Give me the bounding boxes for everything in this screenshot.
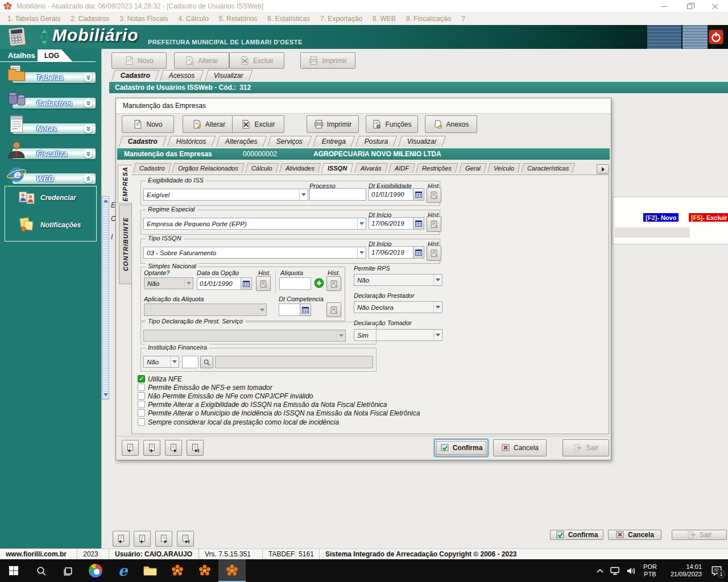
taskbar-search-button[interactable] bbox=[27, 559, 55, 582]
power-button[interactable] bbox=[709, 30, 723, 44]
menu-web[interactable]: 8. WEB bbox=[367, 15, 401, 23]
cancela-button[interactable]: Cancela bbox=[608, 530, 661, 540]
clock[interactable]: 14:0121/09/2023 bbox=[661, 559, 704, 582]
menu-estatisticas[interactable]: 6. Estatísticas bbox=[262, 15, 315, 23]
sidebar-tab-atalhos[interactable]: Atalhos bbox=[8, 51, 35, 60]
restore-button[interactable] bbox=[677, 0, 702, 13]
subtab-restricoes[interactable]: Restrições bbox=[416, 163, 458, 173]
volume-icon[interactable] bbox=[623, 559, 639, 582]
side-tab-empresa[interactable]: EMPRESA bbox=[118, 165, 132, 203]
declaracao-prestador-select[interactable]: Não Declara bbox=[354, 301, 442, 313]
dialog-cancela-button[interactable]: Cancela bbox=[493, 439, 547, 456]
file-explorer-icon[interactable] bbox=[136, 559, 164, 582]
internet-explorer-icon[interactable]: e bbox=[109, 559, 136, 582]
fiorilli-app-icon[interactable] bbox=[164, 559, 191, 582]
permite-rps-select[interactable]: Não bbox=[354, 274, 442, 286]
calendar-icon[interactable] bbox=[413, 218, 424, 229]
dialog-confirma-button[interactable]: Confirma bbox=[435, 439, 488, 456]
utiliza-nfe-checkbox[interactable] bbox=[138, 375, 145, 383]
record-next-button[interactable] bbox=[155, 531, 172, 547]
subtab-calculo[interactable]: Cálculo bbox=[245, 163, 279, 173]
sidebar-item-notificacoes[interactable]: Notificações bbox=[40, 221, 81, 229]
menu-exportacao[interactable]: 7. Exportação bbox=[315, 15, 367, 23]
search-button[interactable] bbox=[200, 356, 213, 368]
record-first-button[interactable] bbox=[113, 531, 130, 547]
subtab-alvaras[interactable]: Alvarás bbox=[354, 163, 388, 173]
optante-select[interactable]: Não bbox=[144, 277, 193, 289]
minimize-button[interactable] bbox=[651, 0, 677, 13]
alterar-municipio-checkbox[interactable] bbox=[138, 409, 145, 417]
dialog-alterar-button[interactable]: Alterar bbox=[183, 115, 235, 133]
calendar-icon[interactable] bbox=[300, 304, 311, 315]
aliquota-input[interactable] bbox=[279, 277, 311, 290]
vertical-scrollbar[interactable] bbox=[102, 196, 109, 400]
alterar-exigibilidade-checkbox[interactable] bbox=[138, 401, 145, 408]
side-tab-contribuinte[interactable]: CONTRIBUINTE bbox=[119, 205, 132, 284]
dialog-tab-historicos[interactable]: Históricos bbox=[167, 136, 216, 147]
record-insert-button[interactable] bbox=[143, 440, 160, 456]
language-indicator[interactable]: PORPTB bbox=[639, 559, 661, 582]
subtab-atividades[interactable]: Atividades bbox=[279, 163, 321, 173]
chevron-double-down-icon[interactable] bbox=[84, 149, 93, 158]
start-button[interactable] bbox=[0, 559, 27, 582]
calendar-icon[interactable] bbox=[413, 247, 424, 258]
subtab-orgaos-relacionados[interactable]: Orgãos Relacionados bbox=[172, 163, 245, 173]
hist-button[interactable] bbox=[427, 246, 441, 261]
instituicao-code-input[interactable] bbox=[182, 356, 198, 368]
tab-scroll-right-button[interactable] bbox=[597, 164, 609, 174]
confirma-button[interactable]: Confirma bbox=[550, 530, 603, 540]
dialog-tab-visualizar[interactable]: Visualizar bbox=[398, 136, 446, 147]
dialog-sair-button[interactable]: Sair bbox=[562, 439, 609, 456]
sidebar-item-credenciar[interactable]: Credenciar bbox=[40, 194, 76, 202]
tab-acessos[interactable]: Acessos bbox=[160, 70, 204, 81]
hist-button[interactable] bbox=[256, 276, 271, 291]
fiorilli-app-icon-active[interactable] bbox=[218, 559, 246, 582]
dt-competencia-field[interactable] bbox=[279, 304, 311, 316]
tray-chevron-icon[interactable] bbox=[593, 559, 607, 582]
dt-exigibilidade-field[interactable]: 01/01/1990 bbox=[369, 188, 424, 201]
imprimir-button[interactable]: Imprimir bbox=[300, 52, 355, 69]
instituicao-name-input[interactable] bbox=[215, 356, 373, 368]
chevron-double-up-icon[interactable] bbox=[84, 174, 93, 183]
record-first-button[interactable] bbox=[122, 440, 139, 456]
subtab-geral[interactable]: Geral bbox=[458, 163, 486, 173]
calendar-icon[interactable] bbox=[241, 278, 251, 289]
calendar-icon[interactable] bbox=[413, 189, 424, 200]
hist-button[interactable] bbox=[427, 188, 441, 203]
action-center-icon[interactable]: 1 bbox=[705, 559, 728, 582]
menu-notas-fiscais[interactable]: 3. Notas Fiscais bbox=[114, 15, 173, 23]
network-icon[interactable] bbox=[607, 559, 623, 582]
chevron-double-down-icon[interactable] bbox=[84, 98, 93, 107]
dialog-tab-alteracoes[interactable]: Alterações bbox=[216, 136, 267, 147]
close-button[interactable] bbox=[702, 0, 728, 13]
dialog-tab-entrega[interactable]: Entrega bbox=[313, 136, 355, 147]
task-view-button[interactable] bbox=[55, 559, 82, 582]
excluir-button[interactable]: Excluir bbox=[229, 52, 284, 69]
tab-cadastro[interactable]: Cadastro bbox=[111, 70, 159, 81]
hist-button[interactable] bbox=[326, 276, 341, 291]
add-aliquota-button[interactable] bbox=[313, 277, 325, 289]
menu-cadastros[interactable]: 2. Cadastros bbox=[65, 15, 114, 23]
sair-button[interactable]: Sair bbox=[672, 530, 727, 540]
instituicao-select[interactable]: Não bbox=[143, 356, 179, 368]
chrome-icon[interactable] bbox=[82, 559, 109, 582]
dialog-imprimir-button[interactable]: Imprimir bbox=[307, 115, 359, 133]
dialog-novo-button[interactable]: Novo bbox=[122, 115, 174, 133]
processo-input[interactable] bbox=[309, 188, 366, 201]
dialog-excluir-button[interactable]: Excluir bbox=[232, 115, 284, 133]
menu-relatorios[interactable]: 5. Relatórios bbox=[214, 15, 262, 23]
local-prestacao-checkbox[interactable] bbox=[138, 418, 145, 426]
tipo-declaracao-select[interactable] bbox=[143, 330, 346, 342]
dialog-tab-servicos[interactable]: Serviços bbox=[267, 136, 312, 147]
subtab-aidf[interactable]: AIDF bbox=[388, 163, 415, 173]
regime-especial-select[interactable]: Empresa de Pequeno Porte (EPP) bbox=[143, 218, 366, 230]
novo-button[interactable]: Novo bbox=[111, 52, 167, 69]
menu-help[interactable]: ? bbox=[456, 15, 470, 23]
dialog-tab-postura[interactable]: Postura bbox=[355, 136, 398, 147]
alterar-button[interactable]: Alterar bbox=[174, 52, 229, 69]
dialog-anexos-button[interactable]: Anexos bbox=[425, 115, 477, 133]
nfse-sem-tomador-checkbox[interactable] bbox=[138, 384, 145, 391]
menu-calculo[interactable]: 4. Cálculo bbox=[173, 15, 214, 23]
chevron-double-down-icon[interactable] bbox=[84, 73, 93, 82]
hist-button[interactable] bbox=[427, 217, 441, 232]
